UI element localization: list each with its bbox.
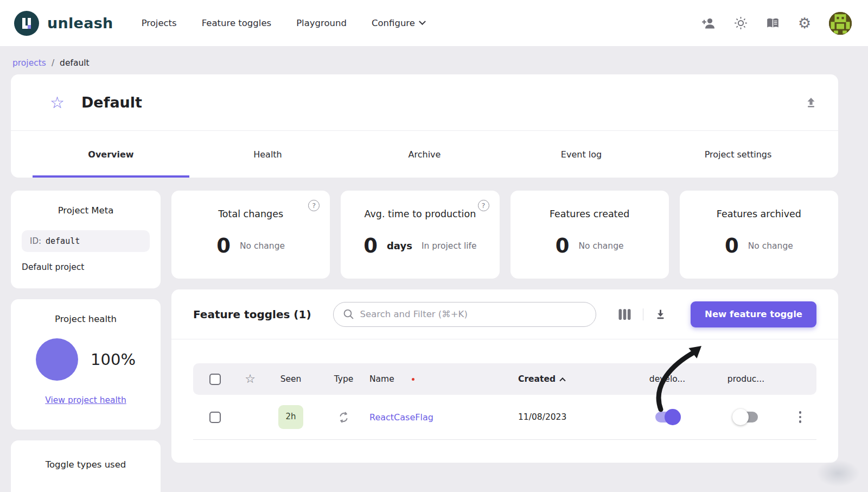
- user-avatar[interactable]: [829, 12, 852, 35]
- project-id-value: default: [46, 236, 80, 246]
- health-chart-circle: [36, 338, 78, 381]
- toggle-types-title: Toggle types used: [11, 459, 161, 470]
- top-navigation: unleash Projects Feature toggles Playgro…: [0, 0, 868, 47]
- production-toggle-switch[interactable]: [734, 412, 758, 422]
- favorite-column-star-icon[interactable]: ☆: [245, 373, 256, 385]
- project-id-pill: ID: default: [22, 230, 150, 252]
- project-meta-title: Project Meta: [22, 205, 150, 216]
- toggle-type-release-icon: [337, 411, 350, 424]
- search-icon: [343, 308, 354, 320]
- stat-total-changes: ? Total changes 0 No change: [171, 191, 330, 279]
- tab-health[interactable]: Health: [189, 131, 346, 178]
- view-project-health-link[interactable]: View project health: [22, 395, 150, 405]
- project-health-title: Project health: [22, 314, 150, 324]
- row-divider: [193, 439, 816, 440]
- unleash-logo-icon: [14, 11, 39, 36]
- breadcrumb-separator: /: [52, 58, 54, 68]
- tab-project-settings[interactable]: Project settings: [660, 131, 816, 178]
- nav-playground[interactable]: Playground: [296, 18, 347, 28]
- breadcrumb-current: default: [60, 58, 90, 68]
- breadcrumb: projects / default: [0, 47, 868, 68]
- table-header-row: ☆ Seen Type Name Created: [193, 363, 816, 395]
- development-toggle-switch[interactable]: [655, 412, 679, 422]
- toolbar-divider: [643, 308, 643, 320]
- column-created-sorted[interactable]: Created: [518, 374, 565, 384]
- project-stats: ? Total changes 0 No change ? Avg. time …: [171, 191, 838, 279]
- stat-features-archived: Features archived 0 No change: [680, 191, 838, 279]
- row-checkbox[interactable]: [209, 412, 221, 423]
- stat-value: 0: [725, 234, 739, 257]
- nav-right-actions: ⚙: [701, 12, 852, 35]
- toggle-types-card: Toggle types used: [11, 440, 161, 492]
- stat-features-created: Features created 0 No change: [510, 191, 669, 279]
- select-all-checkbox[interactable]: [209, 374, 221, 385]
- breadcrumb-projects-link[interactable]: projects: [12, 58, 46, 68]
- nav-feature-toggles[interactable]: Feature toggles: [202, 18, 271, 28]
- download-icon[interactable]: [654, 308, 667, 320]
- nav-projects[interactable]: Projects: [142, 18, 177, 28]
- stat-value: 0: [363, 234, 378, 257]
- section-divider: [171, 339, 838, 339]
- column-seen[interactable]: Seen: [264, 374, 318, 384]
- sort-ascending-icon: [559, 377, 565, 383]
- column-development[interactable]: develo...: [627, 374, 708, 384]
- new-feature-toggle-button[interactable]: New feature toggle: [691, 301, 816, 327]
- created-date: 11/08/2023: [518, 412, 566, 422]
- health-percentage: 100%: [91, 350, 136, 369]
- stat-note: No change: [578, 241, 623, 251]
- project-meta-card: Project Meta ID: default Default project: [11, 191, 161, 288]
- columns-icon[interactable]: [617, 308, 632, 320]
- stat-note: No change: [748, 241, 793, 251]
- stat-value: 0: [556, 234, 570, 257]
- export-upload-icon[interactable]: [805, 96, 818, 109]
- stat-unit: days: [387, 240, 412, 251]
- nav-configure[interactable]: Configure: [372, 18, 425, 28]
- stat-value: 0: [216, 234, 231, 257]
- chevron-down-icon: [419, 18, 426, 25]
- red-dot: [412, 378, 414, 381]
- unleash-logo[interactable]: unleash: [14, 11, 113, 36]
- project-health-card: Project health 100% View project health: [11, 299, 161, 430]
- main-nav: Projects Feature toggles Playground Conf…: [142, 18, 425, 28]
- column-production[interactable]: produc...: [708, 374, 784, 384]
- search-input[interactable]: [360, 309, 586, 319]
- invite-user-icon[interactable]: [701, 16, 716, 31]
- project-sidebar: Project Meta ID: default Default project…: [11, 191, 161, 492]
- favorite-star-icon[interactable]: ☆: [50, 94, 65, 111]
- feature-toggles-card: Feature toggles (1): [171, 289, 838, 463]
- settings-gear-icon[interactable]: ⚙: [797, 16, 812, 31]
- feature-toggles-table: ☆ Seen Type Name Created: [193, 363, 816, 440]
- brand-name: unleash: [47, 15, 113, 31]
- docs-book-icon[interactable]: [765, 16, 780, 31]
- project-tabs: Overview Health Archive Event log Projec…: [11, 131, 838, 178]
- help-icon[interactable]: ?: [478, 200, 489, 211]
- column-name[interactable]: Name: [369, 374, 394, 384]
- seen-badge: 2h: [278, 405, 303, 429]
- stat-note: No change: [240, 241, 285, 251]
- project-header-card: ☆ Default Overview Health Archive Event …: [11, 74, 838, 178]
- table-row: 2h ReactCaseFlag: [193, 395, 816, 439]
- tab-archive[interactable]: Archive: [346, 131, 503, 178]
- row-actions-kebab-icon[interactable]: [797, 409, 804, 425]
- tab-overview[interactable]: Overview: [33, 131, 189, 178]
- stat-avg-time-to-production: ? Avg. time to production 0 days In proj…: [341, 191, 499, 279]
- feature-name-link[interactable]: ReactCaseFlag: [369, 412, 433, 422]
- stat-note: In project life: [422, 241, 477, 251]
- project-id-label: ID:: [30, 236, 41, 246]
- search-box[interactable]: [333, 302, 596, 327]
- feature-toggles-title: Feature toggles (1): [193, 308, 311, 321]
- tab-event-log[interactable]: Event log: [503, 131, 660, 178]
- theme-sun-icon[interactable]: [733, 16, 748, 31]
- page-title: Default: [81, 94, 142, 111]
- column-type[interactable]: Type: [318, 374, 369, 384]
- project-description: Default project: [22, 262, 150, 272]
